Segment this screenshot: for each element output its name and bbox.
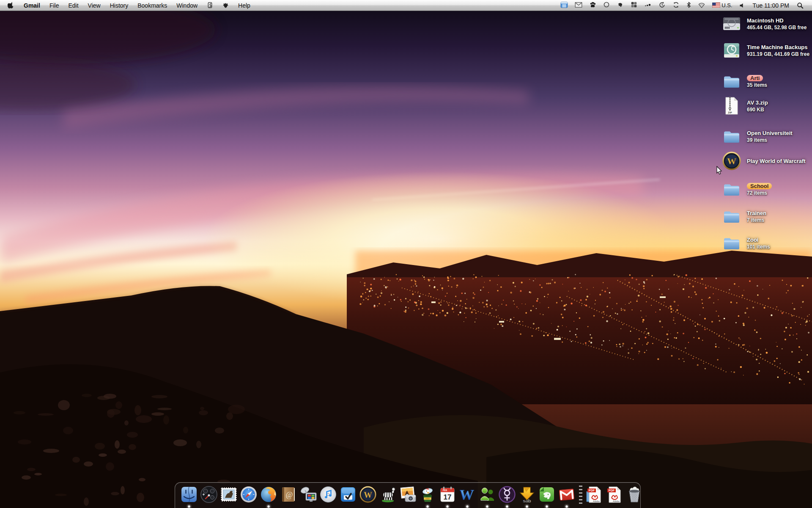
pdf-document-1-icon: PDF Adobe [586, 486, 604, 503]
zebra-icon [379, 486, 397, 503]
menu-item-bookmarks[interactable]: Bookmarks [133, 0, 172, 11]
desktop-icon-labels: AV 3.zip690 KB [747, 99, 768, 113]
svg-text:W: W [459, 487, 475, 502]
desktop-icon-labels: Play World of Warcraft [747, 158, 806, 164]
dock-item-world-of-warcraft[interactable]: W [359, 486, 377, 503]
dock-item-pdf-document-1[interactable]: PDF Adobe [586, 486, 604, 503]
dock-item-trash[interactable] [625, 486, 643, 503]
dock: @ W [175, 482, 641, 508]
status-dots-menu[interactable] [641, 0, 655, 11]
menu-bar-clock[interactable]: Tue 11:00 PM [749, 2, 793, 9]
desktop-icon-play-world-of-warcraft[interactable]: WPlay World of Warcraft [721, 150, 806, 172]
dock-item-sabnzbd[interactable]: sab [518, 486, 536, 503]
dock-item-pdf-document-2[interactable]: PDF Adobe [606, 486, 623, 503]
menu-item-file[interactable]: File [45, 0, 64, 11]
folder-icon [721, 233, 742, 253]
evernote-status-menu[interactable] [613, 0, 627, 11]
mail-status-icon [575, 2, 582, 9]
dock-item-mercury[interactable] [498, 486, 516, 503]
dock-item-gmail[interactable] [558, 486, 576, 503]
dock-item-address-book[interactable]: @ [280, 486, 297, 503]
app-menu-gmail[interactable]: Gmail [19, 0, 45, 11]
desktop-icon-school[interactable]: School72 items [721, 178, 772, 200]
desktop-icon-name: School [747, 183, 772, 189]
time-machine-menu[interactable] [655, 0, 669, 11]
things-icon [339, 486, 357, 503]
dock-item-messenger[interactable] [478, 486, 496, 503]
dock-item-ical[interactable]: FEB 17 [439, 486, 456, 503]
desktop-icon-zooi[interactable]: Zooi101 items [721, 232, 770, 254]
mail-status-menu[interactable] [571, 0, 586, 11]
running-indicator [427, 505, 429, 508]
spotlight-menu[interactable] [793, 0, 807, 11]
zip-icon: ZIP [721, 96, 742, 116]
desktop-icon-time-machine-backups[interactable]: Time Machine Backups931.19 GB, 441.69 GB… [721, 39, 809, 61]
ical-icon: FEB 17 [439, 486, 456, 503]
sync-menu[interactable] [669, 0, 683, 11]
dock-item-remote-desktop[interactable] [299, 486, 317, 503]
applescript-icon[interactable] [202, 0, 218, 11]
dock-item-chicken-of-the-vnc[interactable] [419, 486, 436, 503]
circle-status-icon [603, 1, 610, 9]
dock-item-things[interactable] [339, 486, 357, 503]
menu-bar-status: U.S. Tue 11:00 PM [557, 0, 812, 11]
finder-icon [180, 486, 198, 503]
desktop-icon-open-universiteit[interactable]: Open Universiteit39 items [721, 125, 793, 147]
desktop-icon-labels: Arti35 items [747, 75, 767, 88]
dock-item-iphoto[interactable] [399, 486, 417, 503]
dock-item-itunes[interactable] [319, 486, 337, 503]
dock-item-finder[interactable] [180, 486, 198, 503]
dock-item-zebra[interactable] [379, 486, 397, 503]
desktop-icon-av-3-zip[interactable]: ZIPAV 3.zip690 KB [721, 95, 768, 117]
menu-item-view[interactable]: View [83, 0, 105, 11]
menu-extra-icons [202, 0, 233, 11]
desktop-icon-detail: 7 items [747, 217, 764, 223]
wifi-menu[interactable] [694, 0, 709, 11]
menu-item-history[interactable]: History [105, 0, 133, 11]
dock-item-dashboard[interactable] [200, 486, 218, 503]
desktop-icon-arti[interactable]: Arti35 items [721, 70, 767, 92]
bluetooth-menu[interactable] [683, 0, 694, 11]
input-source-label: U.S. [721, 2, 732, 8]
circle-status-menu[interactable] [600, 0, 613, 11]
calendar-menu[interactable] [557, 0, 571, 11]
status-icons [557, 0, 709, 11]
dock-item-safari[interactable] [240, 486, 258, 503]
help-menu[interactable]: Help [233, 0, 255, 11]
grid-menu[interactable] [627, 0, 641, 11]
svg-text:W: W [727, 156, 736, 166]
running-indicator [506, 505, 508, 508]
desktop-icon-labels: Trainen7 items [747, 210, 766, 223]
desktop-icon-name: Play World of Warcraft [747, 158, 806, 164]
firefox-icon [260, 486, 277, 503]
volume-menu[interactable] [736, 0, 749, 11]
paw-menu[interactable] [586, 0, 600, 11]
desktop-icon-name: Arti [747, 75, 763, 81]
bluetooth-icon [686, 1, 691, 10]
sync-icon [672, 1, 680, 10]
dock-item-firefox[interactable] [260, 486, 277, 503]
dock-item-mail[interactable] [220, 486, 238, 503]
menu-item-edit[interactable]: Edit [63, 0, 83, 11]
grid-icon [631, 1, 637, 9]
menu-item-window[interactable]: Window [172, 0, 202, 11]
calendar-icon [560, 2, 568, 9]
input-source-menu[interactable]: U.S. [709, 0, 735, 11]
svg-text:sab: sab [523, 498, 531, 503]
desktop-icon-detail: 101 items [747, 244, 770, 250]
desktop-icon-labels: School72 items [747, 183, 772, 196]
time-machine-icon [658, 1, 666, 10]
apple-logo-icon [8, 2, 14, 9]
desktop-icon-trainen[interactable]: Trainen7 items [721, 205, 766, 227]
badge-icon[interactable] [218, 0, 233, 11]
desktop-icon-macintosh-hd[interactable]: Macintosh HD465.44 GB, 52.98 GB free [721, 13, 807, 35]
word-icon: W [458, 486, 476, 503]
running-indicator [486, 505, 488, 508]
evernote-icon [538, 486, 556, 503]
svg-text:ZIP: ZIP [728, 111, 732, 114]
dock-item-word[interactable]: W [458, 486, 476, 503]
apple-menu[interactable] [0, 0, 19, 11]
dock-item-evernote[interactable] [538, 486, 556, 503]
desktop-icon-labels: Open Universiteit39 items [747, 130, 793, 143]
folder-icon [721, 71, 742, 91]
